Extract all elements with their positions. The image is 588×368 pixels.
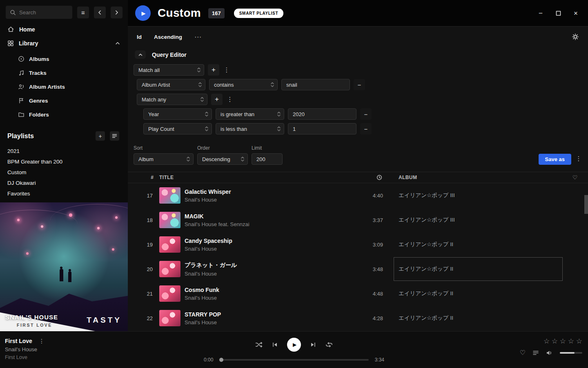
rule-group-options-button[interactable]: ⋮ (223, 66, 230, 74)
previous-track-button[interactable] (272, 342, 278, 348)
add-playlist-button[interactable]: + (96, 131, 105, 141)
sort-select[interactable]: Album (134, 153, 194, 165)
skip-previous-icon (272, 342, 278, 348)
column-title[interactable]: TITLE (159, 175, 356, 180)
sidebar-item-home[interactable]: Home (0, 22, 128, 36)
seek-bar[interactable] (219, 359, 368, 361)
repeat-button[interactable] (325, 341, 333, 348)
play-pause-button[interactable]: ▶ (287, 338, 301, 352)
track-album[interactable]: エイリアン☆ポップ III (399, 192, 562, 199)
sidebar-item-folders[interactable]: Folders (0, 108, 128, 121)
next-track-button[interactable] (310, 342, 316, 348)
back-button[interactable] (94, 7, 106, 18)
track-row[interactable]: 22 STARRY POP Snail's House 4:28 エイリアン☆ポ… (128, 306, 588, 330)
column-favorite[interactable]: ♡ (562, 174, 588, 181)
sidebar-item-tracks[interactable]: Tracks (0, 66, 128, 80)
track-album[interactable]: エイリアン☆ポップ II (399, 265, 562, 273)
match-type-select[interactable]: Match all (134, 64, 204, 76)
select-arrows-icon (205, 111, 208, 117)
sidebar-item-albums[interactable]: Albums (0, 52, 128, 66)
track-number: 18 (128, 217, 159, 223)
track-thumbnail (159, 310, 180, 326)
cover-figure (60, 269, 63, 281)
save-as-button[interactable]: Save as (539, 154, 571, 165)
sidebar-item-genres[interactable]: Genres (0, 94, 128, 108)
search-input[interactable] (19, 9, 68, 16)
remove-rule-button[interactable]: − (360, 123, 372, 135)
rating-stars[interactable]: ☆ ☆ ☆ ☆ ☆ (520, 337, 582, 346)
volume-button[interactable] (546, 350, 553, 356)
remove-rule-button[interactable]: − (360, 108, 372, 120)
chevron-up-icon (138, 52, 143, 57)
rule-value-input[interactable] (281, 79, 350, 90)
rule-field-select[interactable]: Play Count (143, 123, 212, 135)
track-album[interactable]: エイリアン☆ポップ III (399, 216, 562, 224)
track-row[interactable]: 17 Galactic Whisper Snail's House 4:40 エ… (128, 183, 588, 208)
rule-operator-select[interactable]: is greater than (216, 108, 284, 120)
track-row[interactable]: 21 Cosmo Funk Snail's House 4:48 エイリアン☆ポ… (128, 281, 588, 306)
rule-field-select[interactable]: Album Artist (137, 79, 205, 90)
column-album[interactable]: ALBUM (399, 175, 562, 180)
sidebar-item-library[interactable]: Library (0, 36, 128, 50)
minimize-button[interactable]: − (537, 10, 544, 16)
maximize-button[interactable] (555, 10, 561, 16)
playlist-item[interactable]: BPM Greater than 200 (0, 156, 128, 167)
limit-input[interactable] (252, 153, 283, 165)
playlist-item[interactable]: 2021 (0, 146, 128, 156)
rule-operator-select[interactable]: contains (209, 79, 278, 90)
group-match-type-select[interactable]: Match any (137, 94, 207, 105)
shuffle-button[interactable] (255, 341, 263, 348)
track-title: プラネット・ガール (185, 262, 351, 269)
more-options-button[interactable]: ⋯ (194, 33, 201, 41)
search-box[interactable] (6, 6, 72, 19)
track-album[interactable]: エイリアン☆ポップ II (399, 241, 562, 248)
rule-value-input[interactable] (288, 108, 356, 120)
now-playing-options-button[interactable]: ⋮ (39, 338, 45, 344)
lantern-lights (17, 219, 20, 221)
sort-field-button[interactable]: Id (137, 34, 142, 40)
now-playing-cover-art[interactable]: SNAIL'S HOUSE FIRST LOVE TASTY (0, 202, 128, 331)
rule-value-input[interactable] (288, 123, 356, 135)
collapse-query-editor-button[interactable] (135, 50, 146, 59)
playlist-item[interactable]: Custom (0, 167, 128, 177)
settings-button[interactable] (572, 33, 579, 40)
library-label: Library (19, 40, 38, 47)
scrollbar-thumb[interactable] (584, 195, 588, 214)
shuffle-icon (255, 341, 263, 348)
main-content: ▶ Custom 167 SMART PLAYLIST − × Id Ascen… (128, 0, 588, 331)
play-playlist-button[interactable]: ▶ (135, 5, 151, 21)
close-button[interactable]: × (572, 10, 579, 16)
forward-button[interactable] (111, 7, 122, 18)
track-artist: Snail's House (185, 246, 351, 252)
playlist-view-button[interactable] (110, 131, 119, 141)
track-album[interactable]: エイリアン☆ポップ II (399, 290, 562, 297)
select-arrows-icon (277, 126, 281, 132)
sidebar-item-album-artists[interactable]: Album Artists (0, 80, 128, 94)
sidebar-top-bar: ≡ (0, 0, 128, 22)
playlist-item[interactable]: DJ Okawari (0, 177, 128, 188)
track-title: Candy Spaceship (185, 238, 351, 244)
playlist-item[interactable]: Favorites (0, 188, 128, 199)
rule-operator-select[interactable]: is less than (216, 123, 284, 135)
add-rule-button[interactable]: + (208, 64, 219, 76)
track-row[interactable]: 20 プラネット・ガール Snail's House 3:48 エイリアン☆ポッ… (128, 257, 588, 281)
favorite-button[interactable]: ♡ (520, 350, 526, 356)
track-duration: 4:48 (356, 291, 385, 297)
rule-field-select[interactable]: Year (143, 108, 212, 120)
group-options-button[interactable]: ⋮ (226, 96, 234, 103)
track-row[interactable]: 18 MAGIK Snail's House feat. Sennzai 3:3… (128, 208, 588, 232)
sort-direction-button[interactable]: Ascending (154, 34, 182, 40)
order-select[interactable]: Descending (197, 153, 248, 165)
remove-rule-button[interactable]: − (354, 79, 365, 90)
add-group-rule-button[interactable]: + (211, 94, 223, 105)
track-row[interactable]: 19 Candy Spaceship Snail's House 3:09 エイ… (128, 232, 588, 257)
queue-button[interactable] (532, 350, 539, 356)
menu-button[interactable]: ≡ (77, 7, 89, 18)
column-index[interactable]: # (128, 175, 159, 180)
column-duration[interactable] (376, 175, 385, 180)
track-album[interactable]: エイリアン☆ポップ II (399, 314, 562, 322)
save-options-button[interactable]: ⋮ (575, 155, 582, 162)
seek-handle[interactable] (219, 358, 223, 362)
volume-slider[interactable] (560, 352, 582, 354)
now-playing-track: First Love (5, 338, 32, 344)
